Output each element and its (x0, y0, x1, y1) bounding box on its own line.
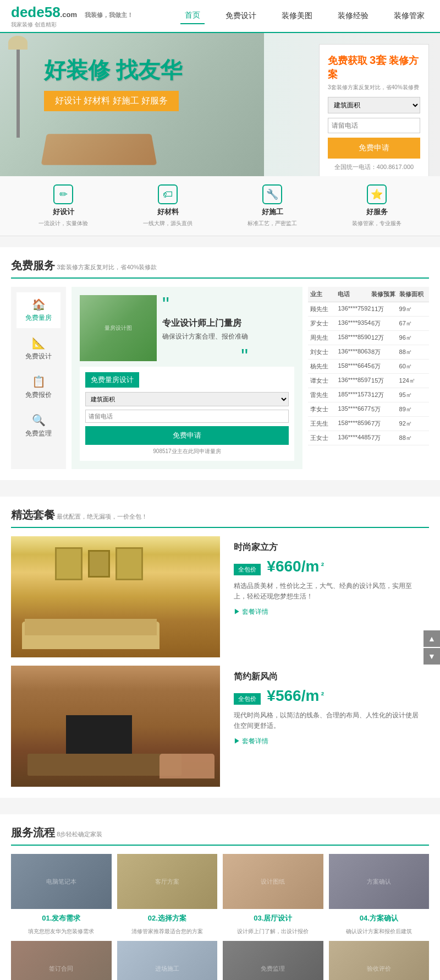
process-img-5: 签订合同 (11, 941, 112, 980)
process-img-4: 方案确认 (329, 854, 430, 909)
banner-form-subtitle: 3套装修方案反复对比，省40%装修费 (328, 84, 420, 91)
lamp-pole (16, 39, 20, 138)
construction-icon: 🔧 (262, 184, 282, 204)
package-badge-2: 全包价 (234, 693, 261, 705)
process-title: 服务流程 (11, 826, 55, 839)
feature-material: 🏷 好材料 一线大牌，源头直供 (143, 184, 193, 227)
col-budget: 装修预算 (371, 290, 399, 298)
col-phone: 电话 (338, 290, 371, 298)
menu-supervise[interactable]: 🔍 免费监理 (16, 408, 61, 444)
package-img-1 (11, 536, 220, 657)
nav-experience[interactable]: 装修经验 (333, 8, 373, 24)
menu-quote[interactable]: 📋 免费报价 (16, 369, 61, 405)
table-row: 李女士135****66775万89㎡ (308, 402, 429, 417)
process-step-1: 电脑笔记本 01.发布需求 填充您想友华为您装修需求 (11, 854, 112, 935)
banner-submit-button[interactable]: 免费申请 (328, 138, 420, 159)
table-row: 雷先生185****157312万95㎡ (308, 388, 429, 402)
feature-material-desc: 一线大牌，源头直供 (143, 220, 193, 227)
process-step-3: 设计图纸 03.居厅设计 设计师上门了解，出设计报价 (223, 854, 323, 935)
header: dede58.com 我装修，我做主！ 我家装修 创造精彩 首页 免费设计 装修… (0, 0, 440, 33)
float-sidebar: ▲ ▼ (424, 630, 440, 665)
package-link-2[interactable]: ▶ 套餐详情 (234, 737, 424, 746)
package-info-2: 简约新风尚 全包价 ¥566/m ² 现代时尚风格，以简洁的线条、合理的布局、人… (228, 666, 429, 752)
menu-design[interactable]: 📐 免费设计 (16, 331, 61, 367)
service-icon: ⭐ (367, 184, 387, 204)
table-header: 业主 电话 装修预算 装修面积 (308, 287, 429, 302)
packages-title: 精选套餐 (11, 509, 55, 521)
package-item-2: 简约新风尚 全包价 ¥566/m ² 现代时尚风格，以简洁的线条、合理的布局、人… (11, 666, 429, 787)
float-btn-down[interactable]: ▼ (424, 648, 440, 665)
service-submit-btn[interactable]: 免费申请 (85, 426, 289, 445)
process-img-7: 免费监理 (223, 941, 323, 980)
table-row: 王先生158****85967万92㎡ (308, 417, 429, 431)
quote-open: " (162, 295, 248, 315)
process-desc-1: 填充您想友华为您装修需求 (28, 928, 94, 935)
banner: 好装修 找友华 好设计 好材料 好施工 好服务 免费获取 3套 装修方案 3套装… (0, 33, 440, 176)
banner-title: 好装修 找友华 (44, 55, 182, 85)
logo-sub: 我家装修 创造精彩 (11, 21, 133, 29)
package-price-row-2: 全包价 ¥566/m ² (234, 687, 424, 705)
picture-1 (55, 547, 82, 580)
package-room-img-2 (11, 666, 220, 787)
package-unit-1: ² (321, 561, 324, 570)
feature-service-desc: 装修管家，专业服务 (352, 220, 402, 227)
banner-title-overlay: 好装修 找友华 好设计 好材料 好施工 好服务 (44, 55, 182, 111)
package-name-1: 时尚家立方 (234, 542, 424, 553)
process-step-7: 免费监理 07.免费监理 第三方监理上门验收，保障施工 (223, 941, 323, 980)
banner-tel: 全国统一电话：400.8617.000 (328, 163, 420, 171)
sofa-2 (160, 754, 215, 778)
service-form-note: 908517业主在此同申请量房 (85, 448, 289, 455)
process-img-placeholder-6: 进场施工 (117, 941, 218, 980)
rug (41, 134, 157, 165)
free-service-content: 🏠 免费量房 📐 免费设计 📋 免费报价 🔍 免费监理 量房设计图 (11, 287, 429, 469)
design-icon: ✏ (53, 184, 73, 204)
free-service-section: 免费服务 3套装修方案反复对比，省40%装修款 🏠 免费量房 📐 免费设计 📋 … (0, 247, 440, 480)
nav-design[interactable]: 免费设计 (221, 8, 261, 24)
banner-area-select[interactable]: 建筑面积 50㎡以下 50-80㎡ 80-100㎡ 100-150㎡ 150㎡以… (328, 97, 420, 113)
banner-phone-input[interactable] (328, 118, 420, 133)
service-phone-input[interactable] (85, 410, 289, 423)
package-unit-2: ² (321, 690, 324, 700)
nav-home[interactable]: 首页 (180, 8, 205, 24)
package-img-2 (11, 666, 220, 787)
free-service-middle: 量房设计图 " 专业设计师上门量房 确保设计方案合理、报价准确 " 免费量房设计… (72, 287, 302, 469)
design-menu-icon: 📐 (32, 336, 46, 350)
package-desc-1: 精选品质美材，性价比之王，大气、经典的设计风范，实用至上，轻松还现您梦想生活！ (234, 581, 424, 602)
service-area-select[interactable]: 建筑面积 50㎡以下 50-80㎡ 80-120㎡ 120㎡以上 (85, 392, 289, 406)
logo: dede58.com 我装修，我做主！ 我家装修 创造精彩 (11, 4, 133, 29)
table-row: 杨先生158****66456万60㎡ (308, 360, 429, 374)
table-row: 谭女士136****859715万124㎡ (308, 374, 429, 388)
process-num-3: 03.居厅设计 (254, 913, 292, 923)
nav-gallery[interactable]: 装修美图 (277, 8, 317, 24)
menu-measure[interactable]: 🏠 免费量房 (16, 292, 61, 328)
feature-construction-title: 好施工 (262, 207, 283, 217)
quote-close: " (162, 347, 248, 367)
package-price-1: ¥660/m (267, 558, 319, 575)
process-step-2: 客厅方案 02.选择方案 清修管家推荐最适合您的方案 (117, 854, 218, 935)
banner-form-title: 免费获取 3套 装修方案 (328, 53, 420, 81)
separator-2 (0, 486, 440, 491)
feature-design: ✏ 好设计 一流设计，实量体验 (38, 184, 88, 227)
package-link-1[interactable]: ▶ 套餐详情 (234, 607, 424, 617)
package-price-2: ¥566/m (267, 687, 319, 704)
quote-icon: 📋 (32, 375, 46, 388)
tv-stand (28, 754, 182, 776)
packages-subtitle: 最优配置，绝无漏项，一价全包！ (57, 513, 147, 520)
table-row: 罗女士136****93546万67㎡ (308, 317, 429, 331)
measure-icon: 🏠 (32, 298, 46, 311)
nav-manager[interactable]: 装修管家 (389, 8, 429, 24)
feature-construction: 🔧 好施工 标准工艺，严密监工 (248, 184, 297, 227)
picture-3 (116, 547, 143, 580)
package-item-1: 时尚家立方 全包价 ¥660/m ² 精选品质美材，性价比之王，大气、经典的设计… (11, 536, 429, 657)
feature-service: ⭐ 好服务 装修管家，专业服务 (352, 184, 402, 227)
service-main-desc: 确保设计方案合理、报价准确 (162, 332, 248, 341)
process-desc-4: 确认设计方案和报价后建筑 (346, 928, 412, 935)
features-bar: ✏ 好设计 一流设计，实量体验 🏷 好材料 一线大牌，源头直供 🔧 好施工 标准… (0, 176, 440, 236)
float-btn-up[interactable]: ▲ (424, 630, 440, 647)
process-img-8: 验收评价 (329, 941, 430, 980)
process-img-placeholder-1: 电脑笔记本 (11, 854, 112, 909)
feature-design-desc: 一流设计，实量体验 (38, 220, 88, 227)
process-grid: 电脑笔记本 01.发布需求 填充您想友华为您装修需求 客厅方案 02.选择方案 … (11, 854, 429, 980)
service-main-title: 专业设计师上门量房 (162, 318, 248, 329)
process-img-placeholder-4: 方案确认 (329, 854, 430, 909)
